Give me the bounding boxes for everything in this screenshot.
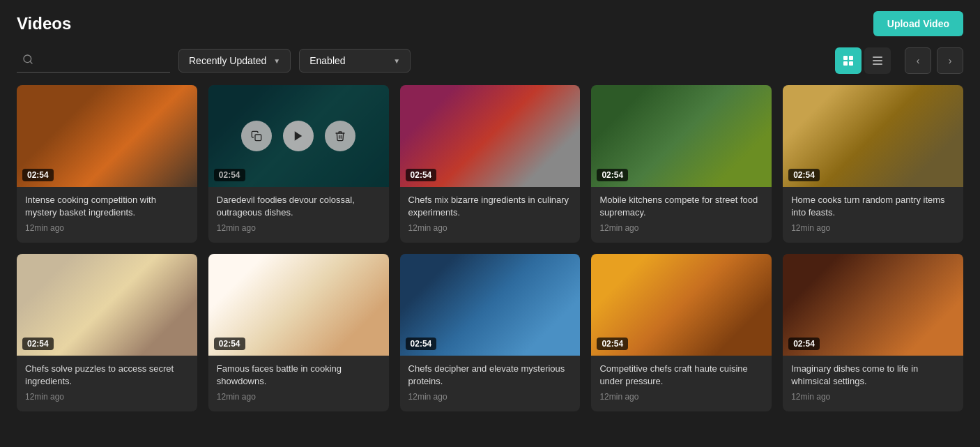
card-time: 12min ago: [791, 223, 955, 233]
thumbnail-wrapper: 02:54: [400, 254, 581, 356]
card-info: Chefs decipher and elevate mysterious pr…: [400, 356, 581, 411]
delete-button[interactable]: [900, 121, 931, 151]
header: Videos Upload Video: [0, 0, 980, 42]
duration-badge: 02:54: [214, 169, 245, 181]
delete-button[interactable]: [708, 289, 739, 320]
svg-marker-24: [487, 300, 494, 310]
svg-rect-8: [873, 63, 882, 65]
card-info: Competitive chefs craft haute cuisine un…: [591, 356, 772, 411]
video-card[interactable]: 02:54 Imaginary dishes come to life in w…: [783, 254, 963, 411]
video-card[interactable]: 02:54 Home cooks turn random pantry item…: [783, 85, 963, 243]
nav-arrows: ‹ ›: [905, 47, 963, 74]
filter-dropdown[interactable]: Enabled ▼: [299, 49, 411, 73]
video-card[interactable]: 02:54 Competitive chefs craft haute cuis…: [591, 254, 772, 411]
delete-button[interactable]: [708, 121, 739, 151]
card-title: Famous faces battle in cooking showdowns…: [217, 363, 381, 388]
filter-dropdown-arrow: ▼: [393, 57, 400, 65]
play-button[interactable]: [666, 121, 697, 151]
copy-button[interactable]: [433, 289, 464, 320]
copy-button[interactable]: [625, 121, 655, 151]
play-button[interactable]: [283, 121, 314, 151]
delete-button[interactable]: [900, 289, 931, 320]
search-input[interactable]: [39, 55, 164, 66]
copy-button[interactable]: [816, 121, 847, 151]
video-card[interactable]: 02:54 Chefs solve puzzles to access secr…: [17, 254, 197, 411]
duration-badge: 02:54: [788, 169, 820, 181]
copy-button[interactable]: [625, 289, 655, 320]
play-button[interactable]: [91, 121, 122, 151]
play-button[interactable]: [475, 289, 505, 320]
card-time: 12min ago: [217, 392, 381, 402]
svg-rect-27: [830, 303, 836, 310]
view-toggle: [835, 47, 891, 74]
upload-video-button[interactable]: Upload Video: [873, 11, 963, 36]
card-time: 12min ago: [217, 223, 381, 233]
thumbnail-wrapper: 02:54: [400, 85, 581, 187]
play-button[interactable]: [858, 289, 889, 320]
play-button[interactable]: [91, 289, 122, 320]
video-card[interactable]: 02:54 Mobile kitchens compete for street…: [591, 85, 772, 243]
copy-button[interactable]: [241, 289, 272, 320]
play-button[interactable]: [475, 121, 505, 151]
delete-button[interactable]: [516, 121, 547, 151]
svg-rect-9: [63, 135, 70, 141]
search-wrapper[interactable]: [17, 50, 170, 73]
sort-dropdown-label: Recently Updated: [189, 55, 266, 66]
copy-button[interactable]: [241, 121, 272, 151]
thumbnail-wrapper: 02:54: [783, 254, 963, 356]
prev-page-button[interactable]: ‹: [905, 47, 931, 74]
video-card[interactable]: 02:54 Chefs decipher and elevate mysteri…: [400, 254, 581, 411]
copy-button[interactable]: [433, 121, 464, 151]
card-title: Competitive chefs craft haute cuisine un…: [599, 363, 763, 388]
list-view-button[interactable]: [864, 47, 891, 74]
copy-button[interactable]: [49, 289, 80, 320]
svg-rect-13: [447, 135, 453, 141]
duration-badge: 02:54: [597, 169, 628, 181]
delete-button[interactable]: [516, 289, 547, 320]
svg-rect-17: [830, 135, 836, 141]
play-button[interactable]: [283, 289, 314, 320]
delete-button[interactable]: [133, 289, 164, 320]
svg-marker-26: [678, 300, 686, 310]
video-card[interactable]: 02:54 Intense cooking competition with m…: [17, 85, 197, 243]
copy-button[interactable]: [49, 121, 80, 151]
svg-marker-16: [678, 131, 686, 141]
search-icon: [22, 54, 33, 68]
card-title: Mobile kitchens compete for street food …: [599, 194, 763, 219]
play-button[interactable]: [666, 289, 697, 320]
delete-button[interactable]: [325, 121, 355, 151]
video-card[interactable]: 02:54 Chefs mix bizarre ingredients in c…: [400, 85, 581, 243]
svg-marker-10: [103, 131, 111, 141]
duration-badge: 02:54: [597, 338, 628, 350]
svg-rect-19: [63, 303, 70, 310]
video-grid: 02:54 Intense cooking competition with m…: [0, 85, 980, 428]
svg-rect-25: [638, 303, 645, 310]
video-card[interactable]: 02:54 Daredevil foodies devour colossal,…: [208, 85, 389, 243]
svg-marker-18: [869, 131, 877, 141]
card-time: 12min ago: [408, 223, 572, 233]
play-button[interactable]: [858, 121, 889, 151]
card-info: Chefs mix bizarre ingredients in culinar…: [400, 187, 581, 243]
next-page-button[interactable]: ›: [937, 47, 963, 74]
svg-rect-4: [843, 61, 848, 66]
thumbnail-wrapper: 02:54: [591, 254, 772, 356]
svg-marker-22: [295, 300, 303, 310]
delete-button[interactable]: [133, 121, 164, 151]
svg-rect-5: [849, 61, 853, 66]
delete-button[interactable]: [325, 289, 355, 320]
thumbnail-wrapper: 02:54: [783, 85, 963, 187]
card-info: Chefs solve puzzles to access secret ing…: [17, 356, 197, 411]
svg-rect-7: [873, 60, 882, 61]
svg-rect-2: [843, 56, 848, 60]
svg-rect-21: [255, 303, 261, 310]
card-title: Daredevil foodies devour colossal, outra…: [217, 194, 381, 219]
sort-dropdown[interactable]: Recently Updated ▼: [178, 49, 291, 73]
grid-view-button[interactable]: [835, 47, 862, 74]
video-card[interactable]: 02:54 Famous faces battle in cooking sho…: [208, 254, 389, 411]
copy-button[interactable]: [816, 289, 847, 320]
duration-badge: 02:54: [22, 169, 54, 181]
svg-marker-28: [869, 300, 877, 310]
card-time: 12min ago: [25, 392, 189, 402]
card-info: Famous faces battle in cooking showdowns…: [208, 356, 389, 411]
card-title: Imaginary dishes come to life in whimsic…: [791, 363, 955, 388]
